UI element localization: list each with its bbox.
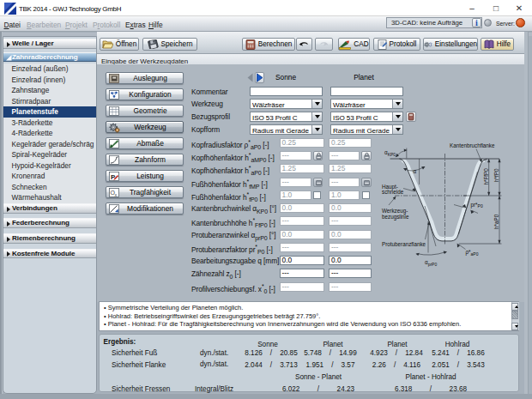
svg-text:bezugslinie: bezugslinie — [382, 214, 409, 221]
svg-text:α: α — [414, 168, 417, 174]
svg-text:h*FfP0: h*FfP0 — [483, 168, 489, 185]
svg-text:h*fP0: h*fP0 — [493, 168, 499, 182]
svg-text:ρ*aP0: ρ*aP0 — [466, 249, 479, 257]
svg-text:Protuberanzflanke: Protuberanzflanke — [382, 241, 426, 247]
svg-text:schneide: schneide — [382, 189, 404, 195]
svg-text:αKP0: αKP0 — [384, 149, 396, 157]
svg-text:αprP0: αprP0 — [425, 259, 437, 267]
svg-text:x: x — [115, 191, 118, 196]
svg-text:pr*P0: pr*P0 — [471, 202, 483, 209]
svg-text:h*aP0: h*aP0 — [493, 214, 499, 229]
svg-text:Kantenbruchflanke: Kantenbruchflanke — [450, 142, 495, 148]
